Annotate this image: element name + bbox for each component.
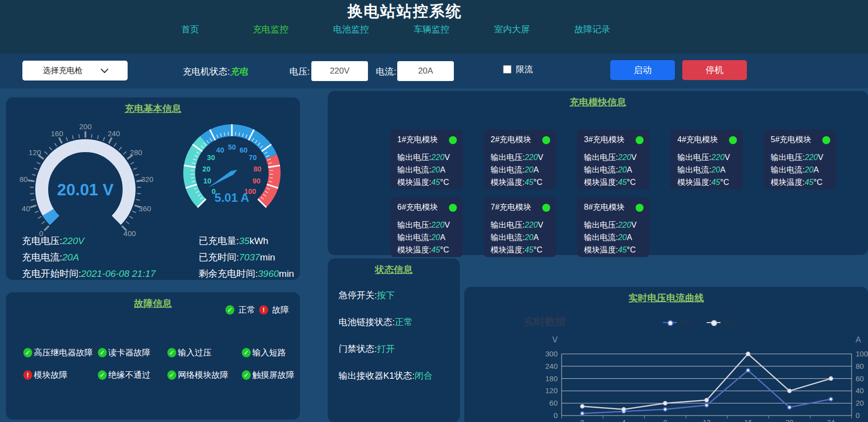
svg-text:20: 20	[856, 399, 864, 407]
svg-text:40: 40	[216, 146, 224, 154]
module-field: 模块温度:45°C	[491, 176, 550, 188]
module-field: 输出电流:20A	[397, 164, 457, 176]
info-field: 充电开始时间:2021-06-08 21:17	[22, 265, 155, 282]
svg-text:4: 4	[622, 419, 626, 422]
normal-check-icon: ✓	[167, 348, 176, 357]
svg-text:70: 70	[249, 154, 257, 162]
charge-toolbar: 选择充电枪 充电机状态:充电 电压: 电流: 限流 启动 停机	[0, 54, 868, 88]
current-input[interactable]	[397, 61, 454, 81]
svg-text:50: 50	[228, 143, 236, 151]
module-field: 输出电流:20A	[584, 231, 644, 244]
normal-check-icon: ✓	[242, 348, 251, 357]
svg-text:A: A	[856, 336, 861, 344]
nav-item-2[interactable]: 充电监控	[241, 23, 300, 35]
svg-text:40: 40	[856, 386, 864, 395]
voltage-label: 电压:	[289, 66, 310, 78]
module-field: 模块温度:45°C	[584, 176, 644, 188]
info-field: 剩余充电时间:3960min	[199, 265, 294, 282]
svg-text:60: 60	[240, 146, 248, 154]
svg-text:280: 280	[130, 148, 142, 157]
limit-current-checkbox[interactable]	[503, 65, 511, 74]
svg-text:30: 30	[207, 154, 215, 162]
module-field: 输出电压:220V	[771, 151, 830, 164]
module-field: 输出电流:20A	[771, 164, 830, 176]
module-field: 输出电压:220V	[397, 151, 457, 164]
info-field: 已充时间:7037min	[199, 249, 294, 265]
battery-swap-station-app: 换电站站控系统 首页充电监控电池监控车辆监控室内大屏故障记录 选择充电枪 充电机…	[0, 0, 868, 422]
module-card: 3#充电模块输出电压:220V输出电流:20A模块温度:45°C	[577, 130, 650, 189]
module-status-dot	[449, 204, 457, 212]
svg-text:80: 80	[856, 362, 864, 370]
module-field: 模块温度:45°C	[491, 244, 550, 256]
module-card: 4#充电模块输出电压:220V输出电流:20A模块温度:45°C	[670, 130, 743, 189]
gun-select-label: 选择充电枪	[43, 66, 83, 76]
fault-item: ✓网络模块故障	[167, 369, 242, 381]
fault-legend-normal: 正常	[238, 304, 255, 316]
nav-item-6[interactable]: 故障记录	[563, 23, 622, 35]
module-card: 6#充电模块输出电压:220V输出电流:20A模块温度:45°C	[390, 197, 463, 257]
svg-text:80: 80	[19, 175, 28, 183]
normal-check-icon: ✓	[225, 305, 234, 315]
fault-item: ✓触摸屏故障	[242, 369, 311, 381]
charger-status-value: 充电	[230, 67, 248, 77]
module-status-dot	[542, 204, 550, 212]
module-field: 模块温度:45°C	[397, 176, 457, 188]
svg-text:100: 100	[856, 349, 868, 358]
module-card: 8#充电模块输出电压:220V输出电流:20A模块温度:45°C	[577, 197, 650, 257]
svg-text:60: 60	[549, 399, 558, 407]
start-button[interactable]: 启动	[610, 60, 675, 80]
main-nav: 首页充电监控电池监控车辆监控室内大屏故障记录	[160, 23, 622, 35]
module-cards: 1#充电模块输出电压:220V输出电流:20A模块温度:45°C2#充电模块输出…	[390, 130, 836, 257]
normal-check-icon: ✓	[242, 370, 251, 380]
module-status-dot	[636, 136, 644, 144]
gun-select-dropdown[interactable]: 选择充电枪	[22, 61, 128, 81]
limit-current-label: 限流	[516, 64, 533, 75]
module-status-dot	[822, 136, 830, 144]
charger-status: 充电机状态:充电	[183, 66, 248, 78]
fault-item: ✓输入过压	[167, 347, 242, 358]
voltage-input[interactable]	[311, 61, 368, 81]
nav-item-1[interactable]: 首页	[160, 23, 220, 35]
normal-check-icon: ✓	[98, 348, 107, 357]
info-field: 充电电流:20A	[22, 249, 155, 265]
fault-exclamation-icon: !	[259, 305, 268, 315]
info-field: 充电电压:220V	[22, 233, 155, 249]
charge-fields-right: 已充电量:35kWh已充时间:7037min剩余充电时间:3960min	[199, 233, 294, 282]
module-status-dot	[636, 204, 644, 212]
svg-text:60: 60	[856, 374, 864, 383]
module-field: 输出电流:20A	[677, 164, 737, 176]
modules-title: 充电模快信息	[328, 91, 868, 109]
fault-item: !模块故障	[23, 369, 98, 381]
voltage-current-line-chart: VA00602012040180602408030010004812162024	[464, 287, 868, 422]
nav-item-5[interactable]: 室内大屏	[482, 23, 542, 35]
status-info-title: 状态信息	[328, 258, 460, 276]
svg-text:40: 40	[22, 204, 30, 213]
fault-item: ✓绝缘不通过	[98, 369, 167, 381]
nav-item-4[interactable]: 车辆监控	[402, 23, 461, 35]
voltage-gauge: 0408012016020024028032036040020.01 V	[11, 115, 160, 237]
status-list: 急停开关:按下电池链接状态:正常门禁状态:打开输出接收器K1状态:闭合	[339, 289, 433, 397]
svg-text:24: 24	[827, 419, 835, 422]
svg-text:20: 20	[786, 419, 794, 422]
charge-fields-left: 充电电压:220V充电电流:20A充电开始时间:2021-06-08 21:17	[22, 233, 155, 282]
svg-text:10: 10	[203, 177, 211, 185]
svg-text:240: 240	[108, 129, 120, 138]
module-field: 输出电压:220V	[491, 219, 550, 231]
svg-text:0: 0	[856, 411, 860, 420]
fault-exclamation-icon: !	[23, 370, 32, 380]
module-card: 7#充电模块输出电压:220V输出电流:20A模块温度:45°C	[484, 197, 556, 257]
nav-item-3[interactable]: 电池监控	[321, 23, 381, 35]
current-gauge: 01020304050607080901005.01 A	[167, 117, 296, 234]
svg-text:80: 80	[253, 165, 261, 173]
svg-text:5.01 A: 5.01 A	[215, 191, 249, 204]
svg-text:120: 120	[545, 386, 558, 395]
stop-button[interactable]: 停机	[682, 60, 747, 80]
status-item: 门禁状态:打开	[339, 343, 433, 355]
module-field: 模块温度:45°C	[677, 176, 737, 188]
fault-grid: ✓高压继电器故障✓读卡器故障✓输入过压✓输入短路!模块故障✓绝缘不通过✓网络模块…	[23, 347, 311, 381]
svg-text:180: 180	[545, 374, 558, 383]
normal-check-icon: ✓	[23, 348, 32, 357]
svg-text:V: V	[552, 336, 558, 344]
svg-text:360: 360	[139, 204, 151, 213]
module-field: 输出电流:20A	[584, 164, 644, 176]
